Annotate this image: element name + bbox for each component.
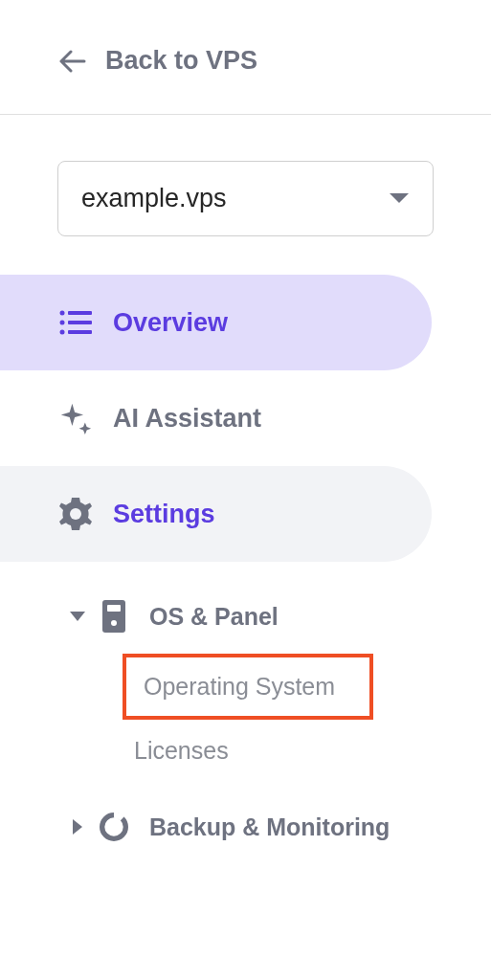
svg-rect-8 bbox=[107, 605, 121, 612]
caret-down-icon bbox=[389, 192, 410, 206]
nav-ai-label: AI Assistant bbox=[113, 404, 261, 434]
list-icon bbox=[59, 306, 92, 339]
svg-point-4 bbox=[60, 330, 65, 335]
licenses-label: Licenses bbox=[134, 737, 229, 764]
back-label: Back to VPS bbox=[105, 46, 257, 76]
nav-settings-label: Settings bbox=[113, 500, 215, 529]
svg-point-9 bbox=[111, 620, 117, 626]
os-panel-label: OS & Panel bbox=[149, 603, 279, 631]
svg-rect-3 bbox=[68, 321, 92, 324]
settings-licenses[interactable]: Licenses bbox=[134, 720, 491, 782]
sparkle-icon bbox=[59, 402, 92, 434]
nav-overview[interactable]: Overview bbox=[0, 275, 432, 370]
backup-monitoring-label: Backup & Monitoring bbox=[149, 812, 390, 843]
gear-icon bbox=[59, 498, 92, 530]
nav-overview-label: Overview bbox=[113, 308, 228, 338]
svg-rect-1 bbox=[68, 311, 92, 315]
settings-backup-monitoring-header[interactable]: Backup & Monitoring bbox=[0, 790, 491, 864]
svg-rect-5 bbox=[68, 330, 92, 334]
caret-right-icon bbox=[69, 818, 86, 835]
settings-operating-system[interactable]: Operating System bbox=[123, 654, 373, 720]
svg-point-0 bbox=[60, 311, 65, 316]
nav-settings[interactable]: Settings bbox=[0, 466, 432, 562]
svg-point-6 bbox=[70, 508, 81, 520]
ring-icon bbox=[100, 811, 128, 843]
settings-os-panel-header[interactable]: OS & Panel bbox=[0, 579, 491, 654]
caret-down-icon bbox=[69, 608, 86, 625]
svg-point-2 bbox=[60, 321, 65, 325]
server-icon bbox=[100, 600, 128, 633]
arrow-left-icon bbox=[59, 48, 86, 75]
nav-ai-assistant[interactable]: AI Assistant bbox=[0, 370, 432, 466]
back-nav[interactable]: Back to VPS bbox=[0, 0, 491, 114]
vps-selected-value: example.vps bbox=[81, 184, 227, 213]
vps-selector[interactable]: example.vps bbox=[57, 161, 434, 236]
operating-system-label: Operating System bbox=[144, 673, 335, 700]
